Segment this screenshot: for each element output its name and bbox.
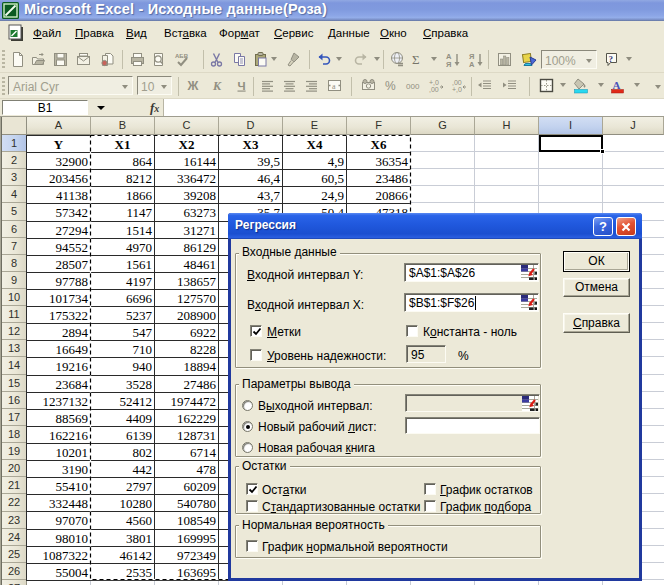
svg-text:А: А xyxy=(613,79,621,91)
svg-text:?: ? xyxy=(609,54,614,64)
svg-text:Я: Я xyxy=(446,60,451,69)
svg-text:000: 000 xyxy=(406,82,420,91)
svg-text:+,0: +,0 xyxy=(429,79,439,86)
svg-text:К: К xyxy=(212,79,222,93)
svg-text:А: А xyxy=(469,60,475,69)
svg-text:Ч: Ч xyxy=(238,80,246,92)
svg-text:%: % xyxy=(385,79,396,93)
svg-text:Σ: Σ xyxy=(412,52,420,67)
svg-text:a: a xyxy=(332,82,336,91)
svg-text:,00: ,00 xyxy=(429,86,439,93)
svg-text:+,0: +,0 xyxy=(452,86,462,93)
svg-text:Ж: Ж xyxy=(187,79,199,93)
svg-text:,00: ,00 xyxy=(452,79,462,86)
